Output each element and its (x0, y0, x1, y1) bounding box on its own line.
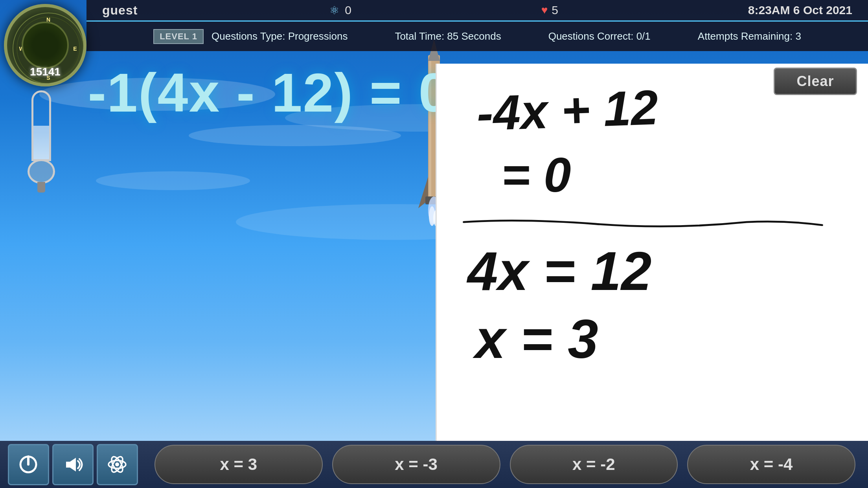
svg-text:-4x + 12: -4x + 12 (476, 80, 659, 141)
attempts-info: Attempts Remaining: 3 (698, 29, 801, 44)
username-label: guest (102, 3, 138, 18)
volume-icon (62, 454, 84, 475)
header-top: guest ⚛ 0 ♥ 5 8:23AM 6 Oct 2021 (86, 0, 868, 22)
svg-text:x = 3: x = 3 (472, 308, 598, 369)
svg-marker-26 (66, 458, 76, 471)
svg-point-30 (115, 462, 119, 466)
bottom-left-buttons (8, 444, 138, 485)
heart-icon: ♥ (541, 4, 548, 17)
questions-correct-info: Questions Correct: 0/1 (548, 29, 651, 44)
answer-2-label: x = -3 (395, 455, 438, 474)
whiteboard-panel[interactable]: -4x + 12 = 0 4x = 12 x = 3 (436, 64, 868, 441)
answer-button-4[interactable]: x = -4 (687, 445, 855, 484)
total-time-value: 85 Seconds (447, 30, 501, 42)
gauge-circle: N E S W 270 135 15141 (4, 4, 86, 86)
hearts-value: 5 (552, 4, 558, 17)
power-button[interactable] (8, 444, 49, 485)
gauge-score: 15141 (30, 66, 61, 78)
atom-icon: ⚛ (327, 4, 341, 17)
atom-icon-btn (107, 454, 128, 475)
bottom-bar: x = 3 x = -3 x = -2 x = -4 (0, 441, 868, 488)
clear-button[interactable]: Clear (774, 68, 857, 95)
header-bar: guest ⚛ 0 ♥ 5 8:23AM 6 Oct 2021 LEVEL 1 … (86, 0, 868, 51)
equation-display: -1(4x - 12) = 0 (102, 61, 436, 125)
questions-type-label: Questions Type: (211, 30, 285, 42)
svg-text:E: E (73, 46, 77, 52)
answer-button-2[interactable]: x = -3 (332, 445, 500, 484)
equation-text: -1(4x - 12) = 0 (88, 61, 450, 125)
questions-correct-value: 0/1 (636, 30, 651, 42)
therm-tube (31, 90, 51, 161)
gauge-widget: N E S W 270 135 15141 (4, 4, 86, 86)
gauge-inner: 15141 (22, 22, 69, 69)
svg-text:4x = 12: 4x = 12 (466, 240, 651, 301)
answer-4-label: x = -4 (750, 455, 793, 474)
atom-score-value: 0 (345, 4, 351, 17)
volume-button[interactable] (52, 444, 94, 485)
answer-1-label: x = 3 (220, 455, 257, 474)
thermometer (26, 90, 57, 193)
total-time-info: Total Time: 85 Seconds (395, 29, 501, 44)
answer-button-3[interactable]: x = -2 (510, 445, 678, 484)
therm-fill (33, 126, 49, 159)
total-time-label: Total Time: (395, 30, 444, 42)
attempts-value: 3 (795, 30, 801, 42)
answer-button-1[interactable]: x = 3 (154, 445, 323, 484)
whiteboard-content: -4x + 12 = 0 4x = 12 x = 3 (437, 64, 868, 441)
hearts-stat: ♥ 5 (541, 4, 558, 17)
atom-button[interactable] (97, 444, 138, 485)
therm-nozzle (37, 182, 45, 193)
atom-score-stat: ⚛ 0 (327, 4, 351, 17)
answer-3-label: x = -2 (572, 455, 615, 474)
therm-bulb (28, 159, 55, 184)
header-bottom: LEVEL 1 Questions Type: Progressions Tot… (86, 22, 868, 51)
questions-type-value: Progressions (288, 30, 348, 42)
questions-type-info: Questions Type: Progressions (211, 29, 348, 44)
datetime-label: 8:23AM 6 Oct 2021 (748, 4, 852, 17)
questions-correct-label: Questions Correct: (548, 30, 634, 42)
svg-text:= 0: = 0 (502, 147, 571, 202)
level-badge: LEVEL 1 (153, 29, 204, 44)
attempts-label: Attempts Remaining: (698, 30, 793, 42)
whiteboard-drawing: -4x + 12 = 0 4x = 12 x = 3 (437, 64, 868, 441)
power-icon (18, 454, 39, 475)
